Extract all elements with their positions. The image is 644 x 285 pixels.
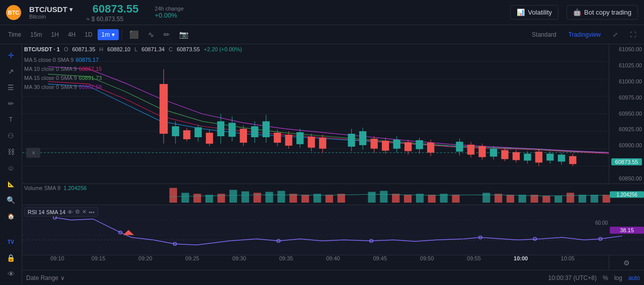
price-60950: 60950.00 [611, 111, 642, 117]
toolbar-tradingview[interactable]: Tradingview [565, 29, 605, 40]
text-tool[interactable]: T [4, 113, 18, 127]
rsi-60-label: 60.00 [595, 220, 608, 226]
volume-price-badge: 1.204256 [610, 191, 644, 198]
svg-rect-45 [382, 141, 389, 151]
svg-rect-73 [558, 155, 565, 162]
svg-rect-102 [519, 195, 526, 203]
volatility-button[interactable]: 📊 Volatility [510, 5, 558, 20]
ma30-row: MA 30 close 0 SMA 9 60901.58 [24, 82, 102, 91]
time-0930: 09:30 [232, 255, 247, 261]
rsi-more-icon[interactable]: ••• [89, 209, 95, 215]
svg-rect-25 [251, 126, 258, 137]
toolbar-line-icon[interactable]: ∿ [144, 28, 158, 41]
svg-rect-59 [478, 146, 486, 157]
ma10-row: MA 10 close 0 SMA 9 60867.15 [24, 64, 102, 73]
svg-rect-98 [452, 195, 459, 203]
rsi-eye-icon[interactable]: 👁 [67, 209, 73, 215]
time-0915: 09:15 [92, 255, 106, 261]
svg-rect-55 [456, 142, 463, 152]
auto-button[interactable]: auto [628, 274, 640, 281]
chain-tool[interactable]: ⛓ [4, 145, 18, 159]
svg-rect-65 [513, 152, 520, 160]
trend-line-tool[interactable]: ↗ [4, 64, 18, 78]
bot-copy-button[interactable]: 🤖 Bot copy trading [567, 5, 638, 20]
coin-network: Bitcoin [29, 14, 72, 20]
price-61000: 61000.00 [611, 78, 642, 84]
rsi-value-badge: 38.15 [610, 227, 644, 234]
change-value: +0.00% [155, 12, 184, 19]
ma15-val: 60891.73 [79, 73, 102, 82]
svg-rect-76 [170, 188, 177, 203]
time-0925: 09:25 [185, 255, 199, 261]
svg-rect-41 [359, 131, 366, 145]
rsi-close-icon[interactable]: ✕ [82, 209, 87, 215]
toolbar-fullscreen-icon[interactable]: ⛶ [626, 29, 640, 40]
eye-tool[interactable]: 👁 [4, 267, 18, 281]
svg-rect-71 [546, 154, 553, 161]
change-section: 24h change +0.00% [155, 6, 184, 19]
candlestick-chart [22, 44, 609, 183]
svg-rect-33 [296, 132, 303, 144]
svg-rect-94 [404, 195, 412, 203]
time-0950: 09:50 [420, 255, 434, 261]
lock-tool[interactable]: 🔒 [4, 251, 18, 265]
log-button[interactable]: log [614, 274, 622, 281]
toolbar-expand-icon[interactable]: ⤢ [609, 29, 622, 40]
toolbar-bar-chart-icon[interactable]: ⬛ [125, 28, 143, 41]
horizontal-line-tool[interactable]: ☰ [4, 80, 18, 94]
svg-rect-83 [254, 193, 261, 203]
main-chart[interactable]: BTC/USDT · 1 O 60871.35 H 60882.10 L 608… [22, 44, 644, 183]
toolbar-4h[interactable]: 4H [64, 29, 79, 40]
toolbar-draw-icon[interactable]: ✏ [159, 28, 174, 41]
svg-rect-109 [603, 195, 610, 203]
home-tool[interactable]: 🏠 [4, 209, 18, 223]
svg-rect-104 [542, 196, 550, 203]
draw-tool[interactable]: ✏ [4, 97, 18, 111]
date-range-button[interactable]: Date Range ∨ [26, 274, 65, 281]
toolbar: Time 15m 1H 4H 1D 1m ▾ ⬛ ∿ ✏ 📷 Standard … [0, 25, 644, 44]
toolbar-camera-icon[interactable]: 📷 [175, 28, 193, 41]
time-0935: 09:35 [279, 255, 293, 261]
ma-indicators: MA 5 close 0 SMA 9 60875.17 MA 10 close … [24, 55, 102, 103]
time-0945: 09:45 [373, 255, 387, 261]
price-61050: 61050.00 [611, 46, 642, 52]
toolbar-1d[interactable]: 1D [80, 29, 96, 40]
ohlc-bar: BTC/USDT · 1 O 60871.35 H 60882.10 L 608… [24, 46, 242, 52]
svg-rect-78 [193, 194, 201, 203]
time-axis-inner: 09:10 09:15 09:20 09:25 09:30 09:35 09:4… [22, 255, 609, 270]
svg-rect-13 [183, 130, 190, 139]
measure-tool[interactable]: 📐 [4, 177, 18, 191]
emoji-tool[interactable]: ☺ [4, 161, 18, 175]
time-0940: 09:40 [326, 255, 340, 261]
toolbar-1h[interactable]: 1H [47, 29, 63, 40]
svg-rect-107 [579, 195, 586, 203]
ohlc-pair: BTC/USDT · 1 [24, 46, 60, 52]
zoom-tool[interactable]: 🔍 [4, 193, 18, 207]
svg-rect-108 [591, 195, 598, 203]
svg-rect-63 [501, 150, 508, 159]
timestamp: 10:00:37 (UTC+8) [548, 274, 597, 281]
collapse-ma-button[interactable]: ∧ [26, 148, 40, 158]
time-0910: 09:10 [50, 255, 64, 261]
svg-rect-77 [182, 193, 189, 203]
bot-icon: 🤖 [573, 9, 581, 16]
toolbar-1m[interactable]: 1m ▾ [98, 29, 119, 40]
rsi-section: RSI 14 SMA 14 👁 ⚙ ✕ ••• [22, 205, 644, 255]
svg-rect-39 [348, 134, 355, 147]
toolbar-15m[interactable]: 15m [26, 29, 46, 40]
pattern-tool[interactable]: ⚇ [4, 129, 18, 143]
crosshair-tool[interactable]: ✛ [4, 48, 18, 62]
rsi-settings-icon[interactable]: ⚙ [75, 209, 80, 215]
change-label: 24h change [155, 6, 184, 12]
price-60975: 60975.00 [611, 94, 642, 101]
ohlc-h-label: H [99, 46, 103, 52]
time-axis-settings[interactable]: ⚙ [609, 255, 644, 270]
percent-button[interactable]: % [603, 274, 608, 281]
svg-rect-49 [405, 142, 412, 151]
toolbar-standard[interactable]: Standard [528, 29, 560, 40]
coin-pair[interactable]: BTC/USDT ▾ [29, 5, 72, 14]
svg-rect-53 [427, 143, 434, 153]
svg-rect-87 [301, 195, 309, 203]
svg-rect-92 [380, 191, 387, 203]
ohlc-c-val: 60873.55 [177, 46, 200, 52]
